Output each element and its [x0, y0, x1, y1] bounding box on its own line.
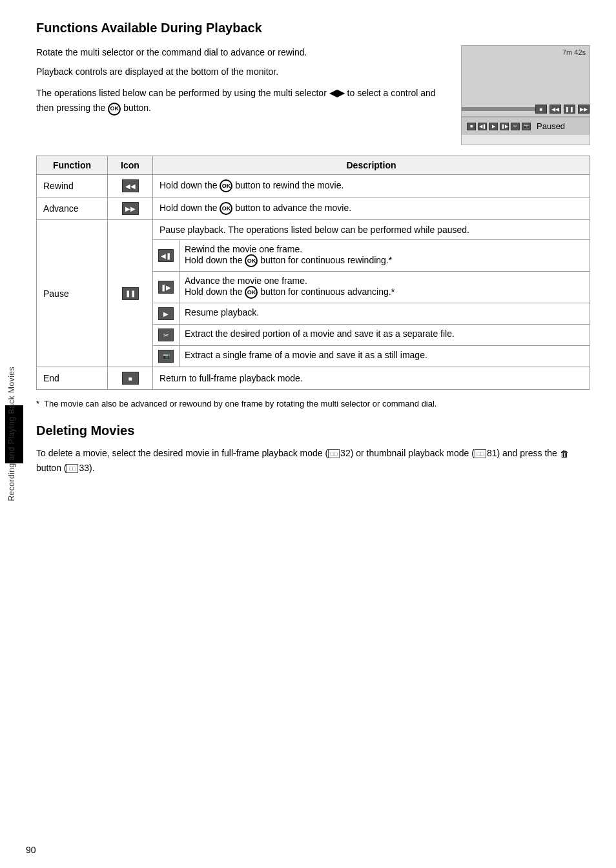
- play-icon: ▶: [158, 307, 174, 320]
- top-pause-icon: ❚❚: [564, 105, 575, 114]
- table-row-end: End ■ Return to full-frame playback mode…: [37, 367, 590, 390]
- table-row-pause: Pause ❚❚ Pause playback. The operations …: [37, 220, 590, 367]
- desc-rewind: Hold down the OK button to rewind the mo…: [153, 175, 590, 197]
- table-row: Rewind ◀◀ Hold down the OK button to rew…: [37, 175, 590, 197]
- icon-rewind: ◀◀: [108, 175, 153, 197]
- nested-row-scissors: ✂ Extract the desired portion of a movie…: [153, 325, 590, 346]
- advance-icon: ▶▶: [122, 202, 139, 215]
- camera-preview: 7m 42s ■ ◀◀ ❚❚ ▶▶ ■ ◀❚ ▶ ❚▶ ✂: [461, 45, 590, 145]
- functions-table: Function Icon Description Rewind ◀◀ Hold…: [36, 156, 590, 390]
- section2-title: Deleting Movies: [36, 423, 590, 438]
- intro-para-2: Playback controls are displayed at the b…: [36, 65, 448, 79]
- intro-para-3: The operations listed below can be perfo…: [36, 85, 448, 116]
- function-rewind: Rewind: [37, 175, 108, 197]
- function-advance: Advance: [37, 197, 108, 220]
- bottom-scissors-icon: ✂: [511, 123, 520, 130]
- trash-icon: 🗑: [560, 447, 569, 461]
- scissors-icon: ✂: [158, 328, 174, 341]
- bottom-stop-icon: ■: [467, 123, 476, 130]
- intro-para-1: Rotate the multi selector or the command…: [36, 45, 448, 59]
- nested-row-camera: 📷 Extract a single frame of a movie and …: [153, 346, 590, 367]
- nested-play-icon-td: ▶: [153, 303, 180, 325]
- function-end: End: [37, 367, 108, 390]
- nested-scissors-desc: Extract the desired portion of a movie a…: [180, 325, 590, 346]
- rewind-icon: ◀◀: [122, 179, 139, 192]
- sidebar-label: Recording and Playing Back Movies: [7, 367, 16, 501]
- ref-icon-3: □□: [67, 464, 78, 473]
- nested-camera-desc: Extract a single frame of a movie and sa…: [180, 346, 590, 367]
- intro-area: Rotate the multi selector or the command…: [36, 45, 590, 145]
- col-icon-header: Icon: [108, 156, 153, 175]
- nested-advance-frame-desc: Advance the movie one frame.Hold down th…: [180, 272, 590, 303]
- sidebar: Recording and Playing Back Movies: [0, 0, 23, 868]
- paused-label: Paused: [537, 121, 565, 131]
- nested-table: Pause playback. The operations listed be…: [153, 220, 590, 367]
- main-content: Functions Available During Playback Rota…: [23, 0, 616, 868]
- camera-screen: 7m 42s ■ ◀◀ ❚❚ ▶▶: [462, 46, 590, 117]
- bottom-advance-frame-icon: ❚▶: [500, 123, 509, 130]
- page-number: 90: [26, 845, 36, 855]
- nested-play-desc: Resume playback.: [180, 303, 590, 325]
- footnote: * The movie can also be advanced or rewo…: [36, 398, 590, 410]
- nested-scissors-icon-td: ✂: [153, 325, 180, 346]
- stop-icon: ■: [122, 372, 139, 385]
- top-stop-icon: ■: [535, 105, 547, 114]
- col-function-header: Function: [37, 156, 108, 175]
- nested-row-advance-frame: ❚▶ Advance the movie one frame.Hold down…: [153, 272, 590, 303]
- nested-advance-frame-icon-td: ❚▶: [153, 272, 180, 303]
- icon-pause: ❚❚: [108, 220, 153, 367]
- bottom-rewind-frame-icon: ◀❚: [478, 123, 487, 130]
- rewind-frame-icon: ◀❚: [158, 249, 174, 262]
- camera-controls-bottom: ■ ◀❚ ▶ ❚▶ ✂ 📷 Paused: [462, 117, 590, 135]
- ref-icon-2: □□: [475, 449, 486, 458]
- nested-rewind-frame-desc: Rewind the movie one frame.Hold down the…: [180, 240, 590, 272]
- desc-advance: Hold down the OK button to advance the m…: [153, 197, 590, 220]
- camera-still-icon: 📷: [158, 350, 174, 363]
- camera-controls-top: ■ ◀◀ ❚❚ ▶▶: [535, 105, 590, 116]
- intro-text: Rotate the multi selector or the command…: [36, 45, 448, 121]
- pause-icon: ❚❚: [122, 287, 139, 300]
- desc-end: Return to full-frame playback mode.: [153, 367, 590, 390]
- nested-row-pause-main: Pause playback. The operations listed be…: [153, 220, 590, 240]
- nested-row-rewind-frame: ◀❚ Rewind the movie one frame.Hold down …: [153, 240, 590, 272]
- bottom-camera-icon: 📷: [522, 123, 531, 130]
- top-advance-icon: ▶▶: [578, 105, 590, 114]
- table-row: Advance ▶▶ Hold down the OK button to ad…: [37, 197, 590, 220]
- nested-rewind-frame-icon-td: ◀❚: [153, 240, 180, 272]
- nested-camera-icon-td: 📷: [153, 346, 180, 367]
- col-description-header: Description: [153, 156, 590, 175]
- nested-row-play: ▶ Resume playback.: [153, 303, 590, 325]
- pause-main-desc: Pause playback. The operations listed be…: [153, 220, 590, 240]
- icon-advance: ▶▶: [108, 197, 153, 220]
- pause-descriptions: Pause playback. The operations listed be…: [153, 220, 590, 367]
- function-pause: Pause: [37, 220, 108, 367]
- bottom-play-icon: ▶: [489, 123, 498, 130]
- icon-end: ■: [108, 367, 153, 390]
- section2-body: To delete a movie, select the desired mo…: [36, 446, 590, 476]
- camera-time: 7m 42s: [562, 48, 586, 56]
- advance-frame-icon: ❚▶: [158, 281, 174, 294]
- section1-title: Functions Available During Playback: [36, 19, 590, 36]
- top-rewind-icon: ◀◀: [549, 105, 561, 114]
- ref-icon-1: □□: [328, 449, 340, 458]
